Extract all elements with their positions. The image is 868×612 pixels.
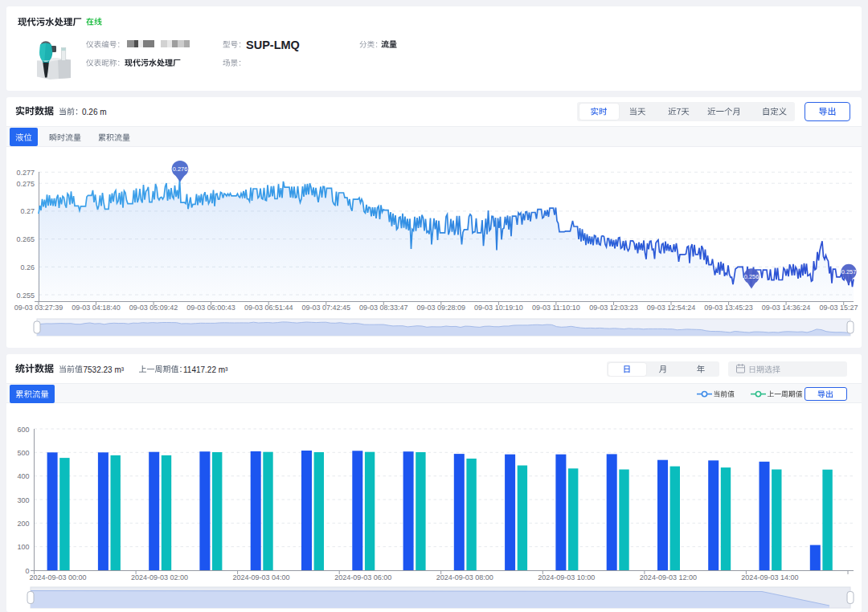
svg-text:0.256: 0.256 xyxy=(744,273,760,280)
svg-text:0.276: 0.276 xyxy=(173,165,188,173)
svg-text:0.257: 0.257 xyxy=(841,268,857,275)
